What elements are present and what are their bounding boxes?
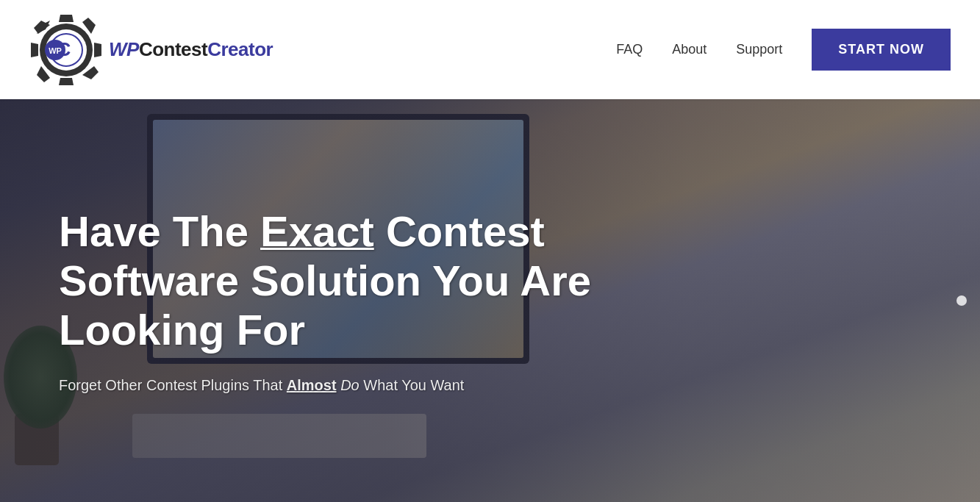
logo-text: WPContestCreator	[109, 38, 273, 61]
logo-contest: Contest	[139, 38, 207, 60]
subtext-do: Do	[340, 377, 360, 393]
nav-about[interactable]: About	[672, 42, 707, 57]
hero-section: Have The Exact Contest Software Solution…	[0, 99, 980, 502]
logo-icon: C WP	[29, 13, 103, 87]
main-nav: FAQ About Support START NOW	[616, 29, 951, 71]
slider-dot[interactable]	[956, 295, 967, 306]
nav-support[interactable]: Support	[736, 42, 782, 57]
subtext-part1: Forget Other Contest Plugins That	[59, 377, 287, 393]
header: C WP WPContestCreator FAQ About Support …	[0, 0, 980, 99]
logo-wp: WP	[109, 38, 139, 60]
hero-content: Have The Exact Contest Software Solution…	[0, 99, 980, 502]
start-now-button[interactable]: START NOW	[812, 29, 951, 71]
headline-exact: Exact	[260, 207, 374, 255]
headline-part1: Have The	[59, 207, 260, 255]
nav-faq[interactable]: FAQ	[616, 42, 643, 57]
svg-text:WP: WP	[49, 46, 62, 55]
logo[interactable]: C WP WPContestCreator	[29, 13, 273, 87]
logo-creator: Creator	[207, 38, 273, 60]
subtext-almost: Almost	[287, 377, 337, 393]
subtext-part3: What You Want	[360, 377, 465, 393]
hero-subtext: Forget Other Contest Plugins That Almost…	[59, 377, 573, 394]
hero-headline: Have The Exact Contest Software Solution…	[59, 207, 647, 354]
